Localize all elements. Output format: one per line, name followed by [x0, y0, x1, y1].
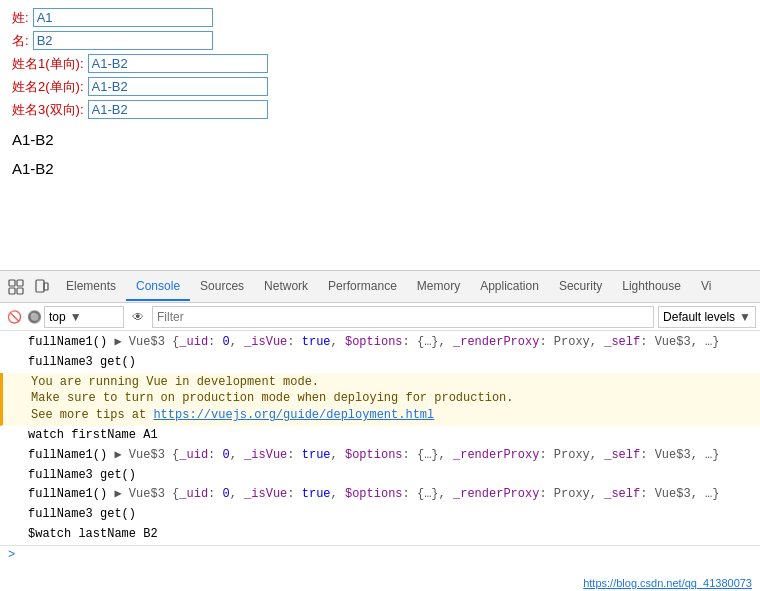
console-text-5: fullName3 get()	[28, 467, 136, 484]
console-line-6: fullName1() ▶ Vue$3 {_uid: 0, _isVue: tr…	[0, 485, 760, 505]
name-input[interactable]	[33, 31, 213, 50]
fullname1-label: 姓名1(单向):	[12, 55, 84, 73]
tab-application[interactable]: Application	[470, 273, 549, 301]
console-line-2: fullName3 get()	[0, 353, 760, 373]
display-value-2: A1-B2	[12, 160, 748, 177]
console-line-3: watch firstName A1	[0, 426, 760, 446]
console-line-4: fullName1() ▶ Vue$3 {_uid: 0, _isVue: tr…	[0, 446, 760, 466]
context-selector[interactable]: top ▼	[44, 306, 124, 328]
console-text-1: fullName1() ▶ Vue$3 {_uid: 0, _isVue: tr…	[28, 334, 719, 351]
console-filter-input[interactable]	[152, 306, 654, 328]
svg-rect-3	[17, 288, 23, 294]
fullname1-row: 姓名1(单向):	[12, 54, 748, 73]
console-line-1: fullName1() ▶ Vue$3 {_uid: 0, _isVue: tr…	[0, 333, 760, 353]
tab-sources[interactable]: Sources	[190, 273, 254, 301]
context-dropdown-icon: ▼	[70, 310, 82, 324]
tab-console[interactable]: Console	[126, 273, 190, 301]
main-content: 姓: 名: 姓名1(单向): 姓名2(单向): 姓名3(双向): A1-B2 A…	[0, 0, 760, 270]
console-caret: >	[8, 548, 15, 562]
console-output[interactable]: fullName1() ▶ Vue$3 {_uid: 0, _isVue: tr…	[0, 331, 760, 591]
svg-rect-1	[17, 280, 23, 286]
fullname3-input[interactable]	[88, 100, 268, 119]
levels-selector[interactable]: Default levels ▼	[658, 306, 756, 328]
fullname2-input[interactable]	[88, 77, 268, 96]
tab-memory[interactable]: Memory	[407, 273, 470, 301]
console-line-8: $watch lastName B2	[0, 525, 760, 545]
tab-elements[interactable]: Elements	[56, 273, 126, 301]
device-toolbar-button[interactable]	[30, 275, 54, 299]
surname-input[interactable]	[33, 8, 213, 27]
console-text-7: fullName3 get()	[28, 506, 136, 523]
vue-deployment-link[interactable]: https://vuejs.org/guide/deployment.html	[153, 408, 434, 422]
devtools-panel: Elements Console Sources Network Perform…	[0, 270, 760, 591]
inspect-element-button[interactable]	[4, 275, 28, 299]
levels-dropdown-icon: ▼	[739, 310, 751, 324]
fullname3-label: 姓名3(双向):	[12, 101, 84, 119]
svg-rect-2	[9, 288, 15, 294]
console-text-3: watch firstName A1	[28, 427, 158, 444]
console-line-warning: You are running Vue in development mode.…	[0, 373, 760, 426]
levels-label: Default levels	[663, 310, 735, 324]
console-text-2: fullName3 get()	[28, 354, 136, 371]
tab-security[interactable]: Security	[549, 273, 612, 301]
console-text-8: $watch lastName B2	[28, 526, 158, 543]
context-value: top	[49, 310, 66, 324]
tab-more[interactable]: Vi	[691, 273, 721, 301]
console-text-warning: You are running Vue in development mode.…	[31, 374, 513, 424]
devtools-tabs-bar: Elements Console Sources Network Perform…	[0, 271, 760, 303]
surname-label: 姓:	[12, 9, 29, 27]
console-line-5: fullName3 get()	[0, 466, 760, 486]
surname-row: 姓:	[12, 8, 748, 27]
eye-button[interactable]: 👁	[128, 307, 148, 327]
console-input-row: >	[0, 545, 760, 564]
svg-rect-5	[44, 283, 48, 290]
watermark-link[interactable]: https://blog.csdn.net/qq_41380073	[583, 577, 752, 589]
svg-rect-4	[36, 280, 44, 292]
name-label: 名:	[12, 32, 29, 50]
console-text-6: fullName1() ▶ Vue$3 {_uid: 0, _isVue: tr…	[28, 486, 719, 503]
tab-performance[interactable]: Performance	[318, 273, 407, 301]
fullname2-row: 姓名2(单向):	[12, 77, 748, 96]
console-repl-input[interactable]	[19, 548, 752, 562]
fullname1-input[interactable]	[88, 54, 268, 73]
tab-network[interactable]: Network	[254, 273, 318, 301]
console-text-4: fullName1() ▶ Vue$3 {_uid: 0, _isVue: tr…	[28, 447, 719, 464]
clear-console-button[interactable]: 🚫	[4, 307, 24, 327]
fullname3-row: 姓名3(双向):	[12, 100, 748, 119]
console-settings-button[interactable]: 🔘	[24, 307, 44, 327]
display-value-1: A1-B2	[12, 131, 748, 148]
tab-lighthouse[interactable]: Lighthouse	[612, 273, 691, 301]
fullname2-label: 姓名2(单向):	[12, 78, 84, 96]
console-line-7: fullName3 get()	[0, 505, 760, 525]
name-row: 名:	[12, 31, 748, 50]
svg-rect-0	[9, 280, 15, 286]
devtools-toolbar: 🚫 🔘 top ▼ 👁 Default levels ▼	[0, 303, 760, 331]
